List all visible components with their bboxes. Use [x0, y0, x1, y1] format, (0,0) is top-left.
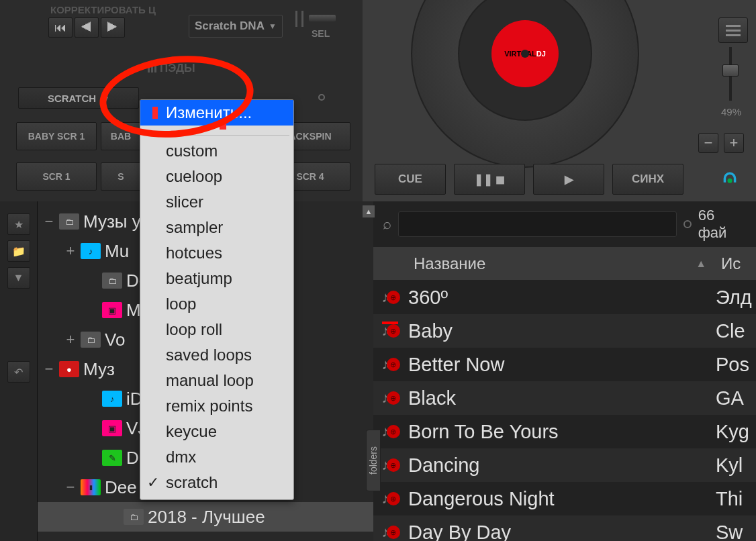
pad-mode-select[interactable]: SCRATCH ▼ [18, 87, 139, 109]
correct-arrow-group: ⏮ ⯇ ⯈ [48, 17, 125, 38]
collapse-icon[interactable]: − [43, 213, 55, 230]
menu-item-dmx[interactable]: dmx [140, 444, 293, 470]
online-globe-icon: ⊕ [387, 391, 400, 405]
collapse-icon[interactable]: − [43, 360, 55, 378]
menu-item-manual-loop[interactable]: manual loop [140, 368, 293, 393]
jog-platter: VIRTUALDJ [458, 0, 592, 121]
track-row[interactable]: ♪⊕Better NowPos [373, 348, 756, 381]
tempo-slider-handle[interactable] [722, 64, 739, 77]
next-button[interactable]: ⯈ [101, 17, 125, 38]
tree-node[interactable]: 🗀2018 - Лучшее [38, 502, 373, 532]
folder-folder-icon: 🗀 [59, 213, 79, 230]
prev-button[interactable]: ⯇ [75, 17, 99, 38]
track-artist: Элд [716, 287, 756, 309]
pad-baby-scr-1[interactable]: BABY SCR 1 [16, 122, 97, 150]
pad-scr-1[interactable]: SCR 1 [16, 162, 97, 191]
cue-button[interactable]: CUE [375, 164, 446, 195]
param-dot[interactable] [318, 94, 325, 101]
scratch-dna-label: Scratch DNA [195, 19, 265, 33]
filter-icon[interactable]: ▼ [7, 267, 30, 289]
track-status-icon: ♪⊕ [373, 524, 408, 541]
menu-item-label: cueloop [166, 167, 222, 186]
collapse-icon[interactable]: − [64, 479, 77, 496]
search-options-dot[interactable] [683, 220, 692, 228]
menu-item-saved-loops[interactable]: saved loops [140, 342, 293, 368]
track-row[interactable]: ♪⊕Dangerous NightThi [373, 482, 756, 515]
menu-item-label: loop roll [166, 320, 222, 339]
pad-6[interactable]: S [101, 162, 141, 191]
play-button[interactable]: ▶ [533, 164, 604, 195]
folder-folder-icon: 🗀 [102, 273, 122, 289]
track-title: Dancing [408, 454, 716, 477]
track-row[interactable]: ♪⊕BabyCle [373, 314, 756, 348]
sel-label: SEL [312, 28, 330, 39]
menu-item-cueloop[interactable]: cueloop [140, 164, 293, 189]
track-list: ♪⊕360ºЭлд♪⊕BabyCle♪⊕Better NowPos♪⊕Black… [373, 281, 756, 541]
tempo-area: 49% [696, 0, 756, 134]
menu-item-remix-points[interactable]: remix points [140, 393, 293, 419]
scratch-dna-select[interactable]: Scratch DNA ▼ [189, 15, 283, 38]
jog-wheel[interactable]: VIRTUALDJ [411, 0, 639, 168]
track-row[interactable]: ♪⊕Born To Be YoursKyg [373, 415, 756, 448]
track-title: Born To Be Yours [408, 421, 716, 443]
pause-stop-button[interactable]: ❚❚ ◼ [454, 164, 525, 195]
menu-item-sampler[interactable]: sampler [140, 215, 293, 240]
deck-menu-button[interactable] [718, 17, 748, 43]
menu-item-label: manual loop [166, 371, 254, 390]
expand-icon[interactable]: + [64, 331, 77, 348]
menu-item-label: loop [166, 295, 196, 313]
col-title[interactable]: Название [408, 254, 696, 273]
track-title: Baby [408, 320, 716, 342]
folder-add-icon[interactable]: 📁 [7, 240, 30, 262]
blue-folder-icon: ♪ [102, 391, 122, 407]
red-marker-icon [220, 123, 226, 130]
green-folder-icon: ✎ [102, 450, 122, 466]
track-row[interactable]: ♪⊕Day By DaySw [373, 515, 756, 541]
track-title: 360º [408, 287, 716, 309]
tempo-minus-button[interactable]: − [698, 133, 718, 153]
menu-item-изменить---[interactable]: Изменить... [140, 100, 293, 126]
col-artist[interactable]: Ис [716, 254, 756, 273]
track-title: Day By Day [408, 522, 716, 542]
menu-item-label: scratch [166, 473, 218, 492]
menu-item-label: slicer [166, 193, 203, 211]
online-globe-icon: ⊕ [387, 291, 400, 304]
expand-icon[interactable]: + [64, 242, 77, 260]
track-artist: Cle [716, 320, 756, 342]
rewind-button[interactable]: ⏮ [48, 17, 73, 38]
headphone-cue-icon[interactable] [720, 169, 740, 189]
sel-slider[interactable] [309, 15, 336, 21]
menu-item-keycue[interactable]: keycue [140, 419, 293, 444]
online-globe-icon: ⊕ [387, 358, 400, 371]
track-row[interactable]: ♪⊕360ºЭлд [373, 281, 756, 314]
browser-sidebar: ★ 📁 ▼ ↶ [0, 201, 38, 541]
menu-item-scratch[interactable]: ✓scratch [140, 470, 293, 495]
red-folder-icon: ● [59, 361, 79, 377]
menu-separator [144, 135, 289, 136]
menu-item-beatjump[interactable]: beatjump [140, 266, 293, 291]
folders-tab[interactable]: folders [366, 430, 381, 491]
pads-icon [148, 63, 156, 72]
scroll-up-button[interactable]: ▲ [363, 205, 375, 217]
menu-item-slicer[interactable]: slicer [140, 189, 293, 215]
tempo-plus-button[interactable]: + [724, 133, 744, 153]
transport-bar: CUE ❚❚ ◼ ▶ СИНХ [375, 164, 683, 195]
sync-button[interactable]: СИНХ [612, 164, 683, 195]
track-list-panel: ⌕ 66 фай Название ▲ Ис ♪⊕360ºЭлд♪⊕BabyCl… [373, 201, 756, 541]
track-row[interactable]: ♪⊕BlackGA [373, 381, 756, 415]
menu-item-hotcues[interactable]: hotcues [140, 240, 293, 266]
menu-item-label: dmx [166, 448, 196, 466]
menu-item-loop-roll[interactable]: loop roll [140, 317, 293, 342]
menu-item-label: sampler [166, 218, 223, 237]
undo-icon[interactable]: ↶ [7, 361, 30, 383]
search-input[interactable] [398, 211, 677, 237]
spindle-hole-icon [521, 50, 529, 58]
favorite-add-icon[interactable]: ★ [7, 213, 30, 235]
menu-item-label: keycue [166, 422, 217, 441]
pink-folder-icon: ▣ [102, 302, 122, 318]
menu-item-custom[interactable]: custom [140, 138, 293, 164]
pad-2[interactable]: BAB [101, 122, 141, 150]
menu-item-loop[interactable]: loop [140, 291, 293, 317]
track-row[interactable]: ♪⊕DancingKyl [373, 448, 756, 482]
track-artist: Kyg [716, 421, 756, 443]
